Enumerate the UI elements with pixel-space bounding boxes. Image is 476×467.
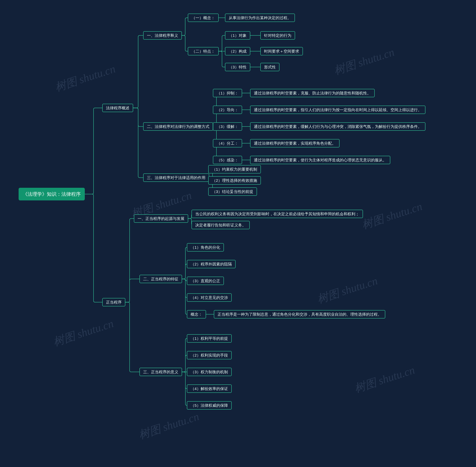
mindmap-node-label: 决定者履行告知和听证义务。 (195, 222, 246, 228)
mindmap-node-a3[interactable]: 三、法律程序对于法律适用的作用 (143, 173, 209, 182)
mindmap-node-a3a[interactable]: （1）约束权力的重要机制 (208, 165, 261, 173)
mindmap-node-label: 通过法律程序的时空要素，缓解人们行为与心理冲突，消除紧张气氛，为解纷行为提供秩序… (254, 124, 422, 129)
mindmap-node-label: 一、法律程序释义 (147, 33, 178, 38)
watermark: 树图 shutu.cn (137, 409, 201, 443)
mindmap-node-a2[interactable]: 二、法律程序对法律行为的调整方式 (143, 122, 213, 131)
mindmap-node-a[interactable]: 法律程序概述 (102, 104, 133, 112)
mindmap-node-a2c1[interactable]: 通过法律程序的时空要素，缓解人们行为与心理冲突，消除紧张气氛，为解纷行为提供秩序… (250, 122, 425, 131)
mindmap-node-label: （1）抑制： (217, 90, 238, 96)
mindmap-edge (125, 302, 139, 372)
mindmap-edge (133, 36, 143, 108)
mindmap-node-label: （2）权利实现的手段 (191, 352, 228, 358)
mindmap-node-label: （1）角色的分化 (191, 245, 220, 250)
mindmap-node-a2a1[interactable]: 通过法律程序的时空要素，克服、防止法律行为的随意性和随机性。 (250, 89, 375, 97)
mindmap-node-b2[interactable]: 二、正当程序的特征 (139, 275, 182, 283)
mindmap-node-a2c[interactable]: （3）缓解： (213, 122, 242, 131)
mindmap-edge (182, 338, 187, 372)
mindmap-node-b3[interactable]: 三、正当程序的意义 (139, 368, 182, 376)
mindmap-edge (133, 108, 143, 127)
mindmap-node-label: （5）感染： (217, 157, 238, 163)
mindmap-node-label: 正当程序是一种为了限制恣意，通过角色分化和交涉，具有高度职业自治的、理性选择的过… (218, 311, 382, 317)
watermark: 树图 shutu.cn (51, 316, 116, 350)
mindmap-node-a2a[interactable]: （1）抑制： (213, 89, 242, 97)
mindmap-edge (182, 18, 188, 36)
watermark: 树图 shutu.cn (353, 363, 417, 396)
mindmap-node-a2b1[interactable]: 通过法律程序的时空要素，指引人们的法律行为按一定指向在时间上得以延续、空间上得以… (250, 106, 425, 114)
mindmap-node-b2e1[interactable]: 正当程序是一种为了限制恣意，通过角色分化和交涉，具有高度职业自治的、理性选择的过… (214, 310, 385, 318)
mindmap-edge (85, 108, 102, 194)
mindmap-node-b2d[interactable]: （4）对立意见的交涉 (187, 293, 232, 302)
mindmap-node-label: 二、法律程序对法律行为的调整方式 (147, 124, 209, 129)
mindmap-node-label: （2）构成 (229, 49, 247, 54)
mindmap-node-label: （1）对象 (229, 33, 247, 38)
mindmap-node-a2e1[interactable]: 通过法律程序的时空要素，使行为主体对程序造成的心理状态无意识的服从。 (250, 156, 390, 164)
mindmap-node-label: 三、法律程序对于法律适用的作用 (147, 175, 205, 180)
mindmap-node-label: 形式性 (264, 64, 276, 70)
mindmap-canvas: 树图 shutu.cn树图 shutu.cn树图 shutu.cn树图 shut… (0, 0, 476, 467)
mindmap-node-b3a[interactable]: （1）权利平等的前提 (187, 334, 232, 343)
mindmap-node-a1b[interactable]: （二）特点： (188, 47, 219, 55)
mindmap-node-a2d[interactable]: （4）分工： (213, 139, 242, 147)
watermark: 树图 shutu.cn (315, 273, 380, 307)
mindmap-node-b2c[interactable]: （3）直观的公正 (187, 277, 224, 285)
mindmap-node-b3c[interactable]: （3）权力制衡的机制 (187, 368, 232, 376)
watermark: 树图 shutu.cn (53, 61, 117, 95)
watermark: 树图 shutu.cn (332, 45, 396, 78)
mindmap-edge (125, 219, 134, 302)
mindmap-node-a3c[interactable]: （3）结论妥当性的前提 (208, 187, 257, 196)
mindmap-node-label: （4）对立意见的交涉 (191, 295, 228, 300)
mindmap-node-a1b2x[interactable]: 时间要求＋空间要求 (260, 47, 303, 55)
mindmap-edge (182, 279, 187, 314)
mindmap-node-label: （3）特性 (229, 64, 247, 70)
mindmap-edge (182, 247, 187, 279)
mindmap-node-a1b1[interactable]: （1）对象 (225, 31, 250, 39)
mindmap-node-a1a1[interactable]: 从事法律行为作出某种决定的过程。 (225, 13, 295, 22)
mindmap-node-label: （2）导向： (217, 107, 238, 113)
mindmap-node-b2e[interactable]: 概念： (187, 310, 206, 318)
watermark: 树图 shutu.cn (360, 199, 424, 233)
mindmap-node-label: 《法理学》知识：法律程序 (23, 191, 81, 197)
mindmap-edge (182, 264, 187, 279)
mindmap-node-a1a[interactable]: （一）概念： (188, 13, 219, 22)
mindmap-node-label: 针对特定的行为 (264, 33, 291, 38)
mindmap-edge (182, 372, 187, 389)
mindmap-edge (85, 194, 102, 302)
mindmap-node-a1b3x[interactable]: 形式性 (260, 63, 279, 71)
mindmap-node-label: （3）直观的公正 (191, 278, 220, 284)
mindmap-node-b1b[interactable]: 决定者履行告知和听证义务。 (192, 221, 250, 229)
mindmap-node-root[interactable]: 《法理学》知识：法律程序 (19, 188, 85, 200)
mindmap-node-label: （2）程序外因素的阻隔 (191, 261, 232, 267)
mindmap-node-label: （3）结论妥当性的前提 (212, 189, 253, 194)
mindmap-edge (182, 372, 187, 405)
mindmap-node-a1[interactable]: 一、法律程序释义 (143, 31, 182, 39)
mindmap-edge (125, 279, 139, 302)
mindmap-node-label: 通过法律程序的时空要素，使行为主体对程序造成的心理状态无意识的服从。 (254, 157, 386, 163)
mindmap-node-a1b2[interactable]: （2）构成 (225, 47, 250, 55)
mindmap-node-label: （5）法律权威的保障 (191, 403, 228, 408)
mindmap-edge (182, 355, 187, 372)
mindmap-node-label: 时间要求＋空间要求 (264, 49, 299, 54)
mindmap-edge (182, 279, 187, 281)
mindmap-node-a1b1x[interactable]: 针对特定的行为 (260, 31, 295, 39)
mindmap-edge (182, 279, 187, 298)
mindmap-node-a1b3[interactable]: （3）特性 (225, 63, 250, 71)
mindmap-node-b2a[interactable]: （1）角色的分化 (187, 243, 224, 252)
mindmap-node-b1[interactable]: 一、正当程序的起源与发展 (134, 214, 188, 223)
mindmap-edge (133, 108, 143, 178)
mindmap-node-b3b[interactable]: （2）权利实现的手段 (187, 351, 232, 359)
mindmap-node-a3b[interactable]: （2）理性选择的有效措施 (208, 176, 261, 185)
mindmap-node-b3e[interactable]: （5）法律权威的保障 (187, 401, 232, 410)
mindmap-node-a2d1[interactable]: 通过法律程序的时空要素，实现程序角色分配。 (250, 139, 340, 147)
mindmap-node-b1a[interactable]: 当公民的权利义务将因为决定而受到影响时，在决定之前必须给予其知情和申辩的机会和权… (192, 210, 363, 218)
mindmap-node-b3d[interactable]: （4）解纷效率的保证 (187, 384, 232, 393)
mindmap-node-label: 通过法律程序的时空要素，指引人们的法律行为按一定指向在时间上得以延续、空间上得以… (254, 107, 422, 113)
mindmap-node-a2b[interactable]: （2）导向： (213, 106, 242, 114)
mindmap-node-b[interactable]: 正当程序 (102, 298, 125, 306)
mindmap-edge (219, 36, 225, 51)
mindmap-node-label: （二）特点： (192, 49, 215, 54)
mindmap-node-a2e[interactable]: （5）感染： (213, 156, 242, 164)
mindmap-node-label: 一、正当程序的起源与发展 (138, 216, 185, 221)
mindmap-edge (182, 36, 188, 51)
mindmap-node-b2b[interactable]: （2）程序外因素的阻隔 (187, 260, 236, 268)
mindmap-node-label: 概念： (191, 311, 202, 317)
